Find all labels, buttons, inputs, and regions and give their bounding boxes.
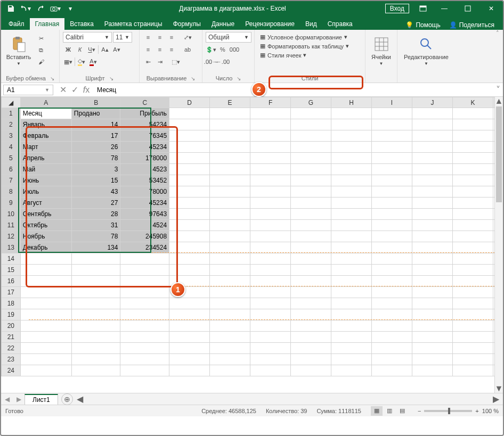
- cell[interactable]: [20, 320, 71, 332]
- cell[interactable]: [210, 108, 250, 119]
- cell[interactable]: [331, 119, 372, 130]
- number-format-combo[interactable]: Общий▼: [206, 32, 251, 43]
- number-launcher-icon[interactable]: ↘: [234, 76, 241, 81]
- cell[interactable]: Март: [20, 142, 71, 153]
- cell[interactable]: [20, 265, 71, 276]
- cell[interactable]: [412, 253, 453, 265]
- cell[interactable]: [412, 365, 453, 376]
- cell[interactable]: 234524: [120, 242, 169, 253]
- cell[interactable]: [412, 130, 453, 142]
- cell[interactable]: [372, 220, 412, 231]
- qat-customize-icon[interactable]: ▾: [64, 3, 77, 14]
- cell[interactable]: [372, 175, 412, 186]
- cell[interactable]: [210, 253, 250, 265]
- cell[interactable]: Апрель: [20, 153, 71, 164]
- cell[interactable]: [331, 298, 372, 309]
- cell[interactable]: [120, 320, 169, 332]
- italic-button[interactable]: К: [75, 44, 85, 55]
- cell[interactable]: [452, 332, 493, 343]
- cell[interactable]: [291, 253, 331, 265]
- cell[interactable]: 17: [71, 130, 120, 142]
- camera-icon[interactable]: ▾: [49, 3, 62, 14]
- table-row[interactable]: 18: [2, 298, 503, 309]
- table-row[interactable]: 16: [2, 276, 503, 287]
- scroll-up-icon[interactable]: ▲: [495, 97, 503, 105]
- cell[interactable]: [331, 130, 372, 142]
- align-left-button[interactable]: ≡: [143, 44, 153, 55]
- cell[interactable]: [250, 276, 291, 287]
- share-button[interactable]: 👤Поделиться: [446, 20, 498, 30]
- cell[interactable]: [372, 298, 412, 309]
- row-header[interactable]: 18: [2, 298, 21, 309]
- cell[interactable]: [372, 119, 412, 130]
- cell[interactable]: [372, 320, 412, 332]
- row-header[interactable]: 3: [2, 130, 21, 142]
- cell[interactable]: [452, 343, 493, 354]
- cell[interactable]: [291, 309, 331, 320]
- clipboard-launcher-icon[interactable]: ↘: [48, 76, 54, 81]
- table-row[interactable]: 14: [2, 253, 503, 265]
- table-row[interactable]: 24: [2, 365, 503, 376]
- cell[interactable]: [452, 298, 493, 309]
- cell[interactable]: [169, 119, 210, 130]
- col-header-C[interactable]: C: [120, 97, 169, 108]
- cell[interactable]: Февраль: [20, 130, 71, 142]
- accounting-format-button[interactable]: 💲▾: [206, 44, 216, 55]
- cell[interactable]: [452, 119, 493, 130]
- row-header[interactable]: 15: [2, 265, 21, 276]
- close-button[interactable]: ✕: [479, 1, 503, 16]
- cell[interactable]: [452, 276, 493, 287]
- cell[interactable]: [412, 332, 453, 343]
- cell[interactable]: [372, 142, 412, 153]
- column-headers[interactable]: ◢ A B C D E F G H I J K L: [2, 97, 503, 108]
- align-center-button[interactable]: ≡: [155, 44, 165, 55]
- cell[interactable]: 45234: [120, 198, 169, 209]
- cell[interactable]: [331, 253, 372, 265]
- cell[interactable]: [20, 365, 71, 376]
- login-button[interactable]: Вход: [385, 4, 409, 13]
- tab-help[interactable]: Справка: [322, 18, 358, 30]
- row-header[interactable]: 2: [2, 119, 21, 130]
- cell[interactable]: [452, 354, 493, 365]
- cell[interactable]: [169, 309, 210, 320]
- orientation-button[interactable]: ⤢▾: [182, 32, 193, 43]
- grow-font-button[interactable]: A▴: [100, 44, 110, 55]
- cell[interactable]: 54234: [120, 119, 169, 130]
- cell[interactable]: [291, 175, 331, 186]
- cell[interactable]: [372, 365, 412, 376]
- cell[interactable]: [120, 276, 169, 287]
- wrap-text-button[interactable]: ab: [182, 44, 193, 55]
- cell[interactable]: [452, 108, 493, 119]
- cell[interactable]: [169, 209, 210, 220]
- cell[interactable]: 4523: [120, 164, 169, 175]
- fx-icon[interactable]: fx: [81, 85, 92, 95]
- cell[interactable]: 78000: [120, 186, 169, 198]
- cell[interactable]: [250, 298, 291, 309]
- cell[interactable]: [291, 276, 331, 287]
- cell[interactable]: [120, 332, 169, 343]
- cell[interactable]: [412, 209, 453, 220]
- cell[interactable]: [291, 287, 331, 298]
- cell[interactable]: 245908: [120, 231, 169, 242]
- cell[interactable]: [331, 309, 372, 320]
- cell[interactable]: [250, 209, 291, 220]
- cell[interactable]: [452, 287, 493, 298]
- cell[interactable]: [372, 164, 412, 175]
- cell[interactable]: [372, 186, 412, 198]
- cell[interactable]: 14: [71, 119, 120, 130]
- cell[interactable]: [210, 298, 250, 309]
- cell[interactable]: [291, 186, 331, 198]
- cell[interactable]: 76345: [120, 130, 169, 142]
- zoom-in-button[interactable]: +: [475, 408, 478, 414]
- cell[interactable]: [210, 186, 250, 198]
- cell[interactable]: [331, 332, 372, 343]
- cell[interactable]: [331, 354, 372, 365]
- cell[interactable]: [169, 220, 210, 231]
- row-header[interactable]: 4: [2, 142, 21, 153]
- cell[interactable]: [291, 332, 331, 343]
- cell[interactable]: [452, 365, 493, 376]
- cancel-formula-icon[interactable]: ✕: [58, 85, 68, 95]
- cell[interactable]: [291, 320, 331, 332]
- editing-button[interactable]: Редактирование ▼: [401, 32, 452, 69]
- cell[interactable]: 26: [71, 142, 120, 153]
